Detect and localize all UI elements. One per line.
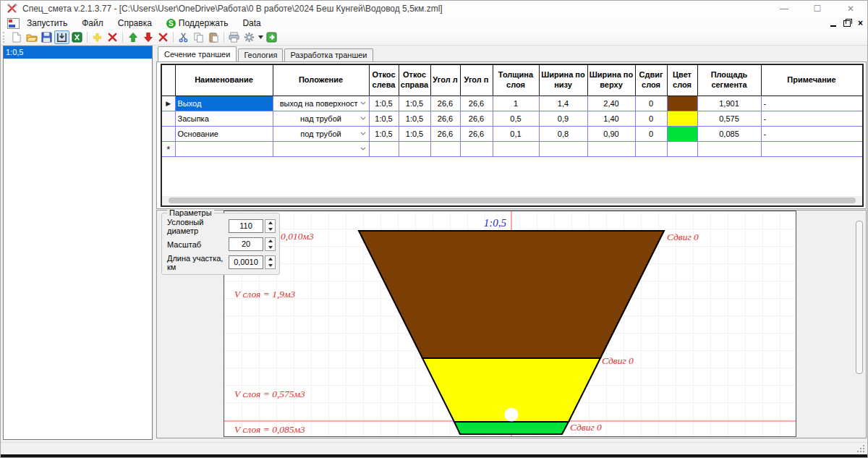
table-new-row[interactable]: * xyxy=(162,142,862,157)
resize-grip-icon[interactable] xyxy=(856,444,865,453)
cell-width-top[interactable]: 1,40 xyxy=(587,111,635,127)
cell-angle-l[interactable]: 26,6 xyxy=(430,96,460,111)
cell-shift[interactable]: 0 xyxy=(635,96,667,111)
list-item-section[interactable]: 1:0,5 xyxy=(4,46,152,59)
col-header[interactable]: Цвет слоя xyxy=(667,65,697,96)
chevron-down-icon[interactable] xyxy=(358,98,368,109)
tab-geology[interactable]: Геология xyxy=(238,48,283,62)
menu-support[interactable]: S Поддержать xyxy=(159,17,236,30)
delete-row-icon[interactable] xyxy=(105,30,120,44)
diameter-stepper[interactable] xyxy=(265,219,276,233)
cell-area[interactable]: 0,575 xyxy=(697,111,761,127)
cell-area[interactable]: 0,085 xyxy=(697,127,761,142)
move-down-icon[interactable] xyxy=(140,30,156,44)
cell-slope-right[interactable]: 1:0,5 xyxy=(399,127,430,142)
cell-angle-r[interactable]: 26,6 xyxy=(460,111,493,127)
cell-name[interactable]: Засыпка xyxy=(175,111,273,127)
scrollbar-thumb[interactable] xyxy=(169,198,856,203)
cell-width-top[interactable]: 0,90 xyxy=(587,127,635,142)
length-stepper[interactable] xyxy=(265,255,276,269)
menu-run[interactable]: Запустить xyxy=(20,17,75,30)
col-header[interactable]: Примечание xyxy=(761,65,862,96)
cell-position[interactable]: под трубой xyxy=(273,127,369,142)
cell-name[interactable] xyxy=(175,142,273,157)
scale-stepper[interactable] xyxy=(265,237,276,251)
cell-thickness[interactable]: 0,5 xyxy=(493,111,539,127)
chevron-down-icon[interactable] xyxy=(358,113,368,124)
scale-input[interactable]: 20 xyxy=(229,237,263,251)
cell-angle-r[interactable]: 26,6 xyxy=(460,96,493,111)
cell-slope-right[interactable]: 1:0,5 xyxy=(399,111,430,127)
vertical-scrollbar[interactable] xyxy=(856,221,863,374)
mdi-close-icon[interactable]: × xyxy=(858,17,863,30)
cell-note[interactable]: - xyxy=(761,127,862,142)
tab-section[interactable]: Сечение траншеи xyxy=(158,46,237,62)
move-up-icon[interactable] xyxy=(125,30,140,44)
save-icon[interactable] xyxy=(39,30,54,44)
table-row[interactable]: Основание под трубой 1:0,5 1:0,5 26,6 26… xyxy=(162,127,862,142)
close-icon[interactable]: ✕ xyxy=(834,1,867,17)
cell-name[interactable]: Основание xyxy=(175,127,273,142)
col-header[interactable]: Площадь сегмента xyxy=(697,65,761,96)
cut-icon[interactable] xyxy=(176,30,191,44)
chevron-down-icon[interactable] xyxy=(358,128,368,139)
cell-shift[interactable]: 0 xyxy=(635,127,667,142)
chevron-down-icon[interactable] xyxy=(358,143,368,154)
delete-icon[interactable] xyxy=(156,30,171,44)
cell-angle-l[interactable]: 26,6 xyxy=(430,127,460,142)
mdi-minimize-icon[interactable] xyxy=(830,25,836,27)
import-icon[interactable] xyxy=(54,30,69,44)
cell-note[interactable]: - xyxy=(761,111,862,127)
cell-angle-l[interactable]: 26,6 xyxy=(430,111,460,127)
col-header[interactable]: Ширина по верху xyxy=(587,65,635,96)
tab-excavation[interactable]: Разработка траншеи xyxy=(284,48,373,62)
col-header[interactable]: Откос справа xyxy=(399,65,430,96)
sections-list[interactable]: 1:0,5 xyxy=(3,46,153,440)
menu-file[interactable]: Файл xyxy=(75,17,111,30)
table-row[interactable]: ▶ Выход выход на поверхность 1:0,5 1:0,5… xyxy=(162,96,862,111)
menu-help[interactable]: Справка xyxy=(111,17,159,30)
cell-color-swatch[interactable] xyxy=(667,96,697,111)
cell-position[interactable]: выход на поверхность xyxy=(273,96,369,111)
settings-icon[interactable] xyxy=(242,30,257,44)
cell-slope-left[interactable]: 1:0,5 xyxy=(369,127,399,142)
length-input[interactable]: 0,0010 xyxy=(229,255,263,269)
minimize-icon[interactable]: — xyxy=(767,1,801,17)
diameter-input[interactable]: 110 xyxy=(229,219,263,233)
excel-export-icon[interactable] xyxy=(69,30,85,44)
cell-color-swatch[interactable] xyxy=(667,127,697,142)
cell-angle-r[interactable]: 26,6 xyxy=(460,127,493,142)
col-header[interactable]: Угол л xyxy=(430,65,460,96)
cell-width-top[interactable]: 2,40 xyxy=(587,96,635,111)
cell-area[interactable]: 1,901 xyxy=(697,96,761,111)
col-header[interactable]: Ширина по низу xyxy=(539,65,587,96)
cell-position[interactable]: над трубой xyxy=(273,111,369,127)
menu-data[interactable]: Data xyxy=(235,17,268,30)
cell-slope-left[interactable]: 1:0,5 xyxy=(369,96,399,111)
cell-name[interactable]: Выход xyxy=(175,96,273,111)
cell-shift[interactable]: 0 xyxy=(635,111,667,127)
col-header[interactable]: Угол п xyxy=(460,65,493,96)
mdi-restore-icon[interactable] xyxy=(843,20,851,27)
cell-color-swatch[interactable] xyxy=(667,111,697,127)
paste-icon[interactable] xyxy=(206,30,221,44)
maximize-icon[interactable]: ☐ xyxy=(801,1,834,17)
cell-thickness[interactable]: 0,1 xyxy=(493,127,539,142)
print-icon[interactable] xyxy=(226,30,242,44)
layer-base-polygon[interactable] xyxy=(454,422,569,434)
horizontal-scrollbar[interactable] xyxy=(162,196,862,205)
col-header[interactable]: Откос слева xyxy=(369,65,399,96)
settings-dropdown-icon[interactable] xyxy=(257,30,264,44)
col-header[interactable]: Положение xyxy=(273,65,369,96)
cell-position[interactable] xyxy=(273,142,369,157)
add-row-icon[interactable] xyxy=(90,30,105,44)
cell-width-bottom[interactable]: 0,9 xyxy=(539,111,587,127)
cell-note[interactable]: - xyxy=(761,96,862,111)
run-icon[interactable] xyxy=(264,30,279,44)
cell-slope-left[interactable]: 1:0,5 xyxy=(369,111,399,127)
col-header[interactable]: Толщина слоя xyxy=(493,65,539,96)
open-folder-icon[interactable] xyxy=(24,30,39,44)
table-row[interactable]: Засыпка над трубой 1:0,5 1:0,5 26,6 26,6… xyxy=(162,111,862,127)
cell-slope-right[interactable]: 1:0,5 xyxy=(399,96,430,111)
col-header[interactable]: Наименование xyxy=(175,65,273,96)
